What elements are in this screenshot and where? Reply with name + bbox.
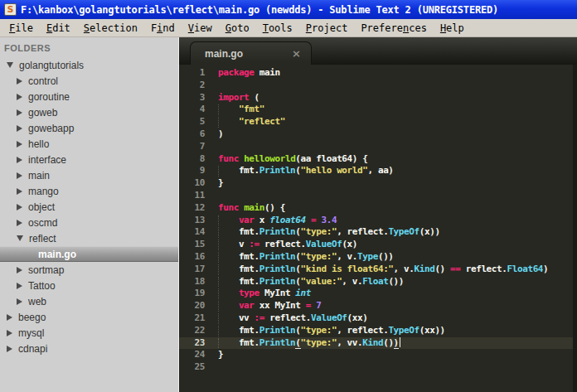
menu-item-view[interactable]: View — [182, 21, 219, 36]
tree-item-goroutine[interactable]: goroutine — [0, 89, 178, 104]
code-line[interactable]: 16 fmt.Println("type:", v.Type()) — [179, 251, 577, 264]
menu-item-selection[interactable]: Selection — [77, 21, 144, 36]
code-line[interactable]: 9 fmt.Println("hello world", aa) — [179, 165, 577, 177]
line-number: 18 — [179, 276, 205, 288]
tab-close-icon[interactable]: × — [292, 47, 301, 60]
code-line[interactable]: 25 — [179, 361, 577, 374]
triangle-right-icon[interactable] — [17, 267, 22, 273]
code-line[interactable]: 23 fmt.Println("type:", vv.Kind()) — [179, 337, 577, 350]
code-editor[interactable]: 1package main23import (4 "fmt"5 "reflect… — [179, 65, 577, 392]
tree-item-web[interactable]: web — [0, 293, 178, 309]
tree-item-gowebapp[interactable]: gowebapp — [0, 120, 178, 136]
tree-item-label: object — [28, 201, 55, 213]
code-line[interactable]: 24} — [179, 349, 577, 361]
triangle-right-icon[interactable] — [17, 157, 22, 163]
code-line[interactable]: 4 "fmt" — [179, 104, 577, 116]
code-text: func main() { — [218, 202, 285, 215]
tree-item-tattoo[interactable]: Tattoo — [0, 278, 178, 293]
line-number: 23 — [179, 337, 205, 350]
triangle-right-icon[interactable] — [17, 298, 22, 305]
folders-header: FOLDERS — [0, 37, 178, 57]
tree-item-oscmd[interactable]: oscmd — [0, 215, 178, 230]
triangle-right-icon[interactable] — [17, 188, 22, 195]
triangle-right-icon[interactable] — [17, 125, 22, 132]
triangle-down-icon[interactable] — [7, 62, 13, 68]
tree-item-label: interface — [28, 154, 66, 166]
triangle-right-icon[interactable] — [7, 330, 12, 336]
tree-item-hello[interactable]: hello — [0, 136, 178, 152]
tree-item-label: Tattoo — [28, 280, 56, 292]
triangle-right-icon[interactable] — [17, 283, 22, 289]
code-line[interactable]: 18 fmt.Println("value:", v.Float()) — [179, 276, 577, 288]
code-line[interactable]: 3import ( — [179, 92, 577, 104]
code-line[interactable]: 15 v := reflect.ValueOf(x) — [179, 239, 577, 251]
code-line[interactable]: 13 var x float64 = 3.4 — [179, 215, 577, 227]
tree-item-reflect[interactable]: reflect — [0, 230, 178, 246]
tree-item-control[interactable]: control — [0, 73, 178, 89]
triangle-right-icon[interactable] — [17, 220, 22, 226]
line-number: 12 — [179, 202, 205, 215]
triangle-right-icon[interactable] — [17, 78, 22, 85]
tab-main-go[interactable]: main.go × — [190, 41, 312, 65]
line-number: 5 — [179, 116, 205, 128]
code-text: fmt.Println("value:", v.Float()) — [218, 276, 404, 288]
tree-item-sortmap[interactable]: sortmap — [0, 262, 178, 278]
menu-item-file[interactable]: File — [2, 21, 40, 36]
line-number: 22 — [179, 325, 205, 337]
code-line[interactable]: 7 — [179, 141, 577, 153]
tree-item-main.go[interactable]: main.go — [0, 246, 178, 262]
menu-item-find[interactable]: Find — [144, 21, 182, 36]
code-line[interactable]: 1package main — [179, 67, 577, 80]
code-line[interactable]: 11 — [179, 190, 577, 202]
code-line[interactable]: 12func main() { — [179, 202, 577, 215]
menu-item-preferences[interactable]: Preferences — [354, 21, 434, 36]
tree-item-interface[interactable]: interface — [0, 152, 178, 167]
tree-item-goweb[interactable]: goweb — [0, 104, 178, 120]
code-text: func helloworld(aa float64) { — [218, 153, 367, 166]
tree-item-main[interactable]: main — [0, 167, 178, 183]
triangle-right-icon[interactable] — [17, 109, 22, 116]
menu-item-edit[interactable]: Edit — [40, 21, 77, 36]
code-text: fmt.Println("hello world", aa) — [218, 165, 394, 177]
tree-item-mysql[interactable]: mysql — [0, 325, 178, 341]
tree-item-beego[interactable]: beego — [0, 309, 178, 325]
triangle-right-icon[interactable] — [17, 204, 22, 211]
tree-item-label: sortmap — [28, 264, 64, 276]
code-line[interactable]: 14 fmt.Println("type:", reflect.TypeOf(x… — [179, 226, 577, 239]
sublime-text-window: S F:\kanbox\golangtutorials\reflect\main… — [0, 0, 577, 392]
code-line[interactable]: 21 vv := reflect.ValueOf(xx) — [179, 312, 577, 325]
code-line[interactable]: 5 "reflect" — [179, 116, 577, 128]
menu-item-goto[interactable]: Goto — [219, 21, 256, 36]
tree-item-object[interactable]: object — [0, 199, 178, 215]
tree-item-cdnapi[interactable]: cdnapi — [0, 341, 178, 356]
code-text: "fmt" — [218, 104, 264, 116]
tree-item-golangtutorials[interactable]: golangtutorials — [0, 57, 178, 73]
folders-sidebar[interactable]: FOLDERS golangtutorialscontrolgoroutineg… — [0, 37, 179, 392]
code-text: import ( — [218, 92, 259, 104]
tree-item-mango[interactable]: mango — [0, 183, 178, 199]
menu-item-help[interactable]: Help — [434, 21, 471, 36]
triangle-right-icon[interactable] — [17, 141, 22, 148]
triangle-right-icon[interactable] — [17, 172, 22, 179]
code-line[interactable]: 2 — [179, 80, 577, 92]
code-line[interactable]: 22 fmt.Println("type:", reflect.TypeOf(x… — [179, 325, 577, 337]
code-line[interactable]: 6) — [179, 128, 577, 141]
triangle-down-icon[interactable] — [17, 235, 23, 241]
code-line[interactable]: 20 var xx MyInt = 7 — [179, 300, 577, 312]
code-line[interactable]: 10} — [179, 177, 577, 190]
code-text: fmt.Println("type:", reflect.TypeOf(xx)) — [218, 325, 445, 337]
triangle-right-icon[interactable] — [17, 94, 22, 100]
menu-item-project[interactable]: Project — [299, 21, 355, 36]
menu-item-tools[interactable]: Tools — [256, 21, 299, 36]
code-line[interactable]: 8func helloworld(aa float64) { — [179, 153, 577, 166]
triangle-right-icon[interactable] — [7, 346, 12, 352]
editor-scrollbar[interactable] — [573, 65, 577, 392]
tree-item-label: beego — [18, 312, 46, 323]
sublime-text-app-icon[interactable]: S — [4, 3, 17, 16]
window-titlebar[interactable]: S F:\kanbox\golangtutorials\reflect\main… — [0, 0, 577, 19]
code-line[interactable]: 19 type MyInt int — [179, 288, 577, 300]
code-line[interactable]: 17 fmt.Println("kind is float64:", v.Kin… — [179, 264, 577, 276]
tree-item-label: mysql — [18, 327, 44, 339]
line-number: 7 — [179, 141, 205, 153]
triangle-right-icon[interactable] — [7, 314, 12, 321]
